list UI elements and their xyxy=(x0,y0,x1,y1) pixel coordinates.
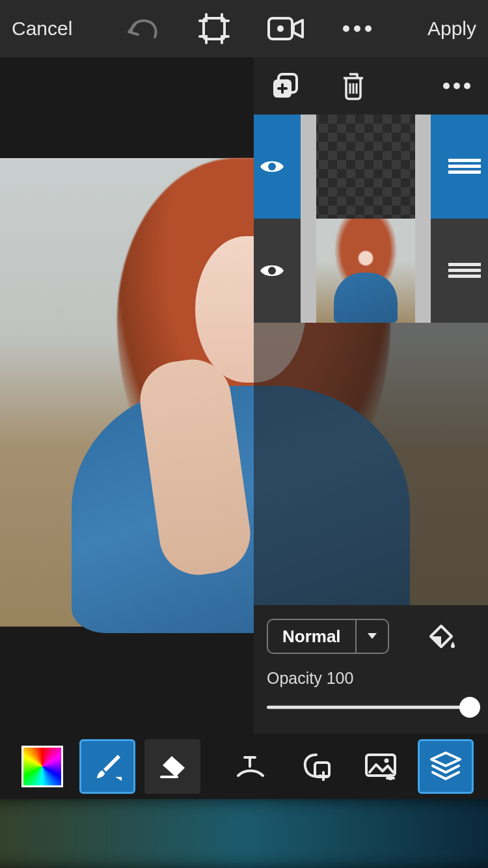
delete-layer-button[interactable] xyxy=(336,66,370,105)
eye-icon xyxy=(259,158,285,175)
cancel-button[interactable]: Cancel xyxy=(12,18,72,40)
blend-mode-select[interactable]: Normal xyxy=(267,619,389,654)
svg-point-5 xyxy=(365,25,372,32)
add-layer-button[interactable] xyxy=(268,66,301,105)
svg-point-15 xyxy=(268,267,276,275)
color-picker-button[interactable] xyxy=(14,739,70,794)
opacity-slider-thumb[interactable] xyxy=(459,697,480,718)
text-tool-button[interactable] xyxy=(223,739,278,794)
more-icon xyxy=(442,82,471,90)
brush-tool-button[interactable] xyxy=(79,739,135,794)
text-path-icon xyxy=(236,753,265,780)
opacity-slider-track xyxy=(267,706,475,709)
image-tool-button[interactable] xyxy=(353,739,409,794)
svg-rect-14 xyxy=(448,170,481,174)
crop-icon xyxy=(198,12,230,45)
blend-mode-label: Normal xyxy=(268,620,357,653)
layer-drag-handle[interactable] xyxy=(441,219,488,323)
top-toolbar: Cancel xyxy=(0,0,488,57)
svg-rect-13 xyxy=(448,165,481,168)
layer-thumbnail-photo xyxy=(301,219,431,323)
layer-thumbnail xyxy=(290,219,441,323)
layers-tool-button[interactable] xyxy=(418,739,474,794)
shape-tool-button[interactable] xyxy=(288,739,344,794)
layer-visibility-toggle[interactable] xyxy=(254,115,290,219)
add-image-icon xyxy=(364,753,397,780)
blend-row: Normal xyxy=(267,617,475,656)
apply-button[interactable]: Apply xyxy=(427,18,476,40)
crop-button[interactable] xyxy=(195,9,234,48)
undo-icon xyxy=(126,15,159,42)
svg-point-3 xyxy=(343,25,349,32)
layers-panel-toolbar xyxy=(254,57,488,115)
svg-rect-16 xyxy=(448,263,481,266)
more-icon xyxy=(342,24,373,33)
fill-button[interactable] xyxy=(422,617,461,656)
drag-handle-icon xyxy=(448,159,481,174)
layer-drag-handle[interactable] xyxy=(441,115,488,219)
svg-point-21 xyxy=(385,759,389,763)
layers-icon xyxy=(429,752,463,781)
brush-icon xyxy=(92,751,123,782)
opacity-slider[interactable] xyxy=(267,696,475,719)
top-toolbar-right: Apply xyxy=(427,18,476,40)
blend-mode-caret xyxy=(357,632,388,640)
app-root: Cancel xyxy=(0,0,488,868)
layer-thumbnail xyxy=(290,115,441,219)
svg-rect-18 xyxy=(448,275,481,278)
thumbnail-strip-content xyxy=(0,799,488,868)
trash-icon xyxy=(341,72,366,100)
opacity-label: Opacity 100 xyxy=(267,669,475,688)
paint-bucket-icon xyxy=(426,622,457,651)
layer-thumbnail-transparent xyxy=(301,115,431,219)
svg-point-8 xyxy=(443,83,450,89)
add-layer-icon xyxy=(271,72,299,100)
layer-row[interactable] xyxy=(254,219,488,323)
color-swatch-icon xyxy=(21,746,63,787)
layers-more-button[interactable] xyxy=(441,66,474,105)
svg-point-4 xyxy=(354,25,360,32)
top-toolbar-center xyxy=(123,9,377,48)
record-button[interactable] xyxy=(266,9,305,48)
eraser-tool-button[interactable] xyxy=(144,739,200,794)
layer-row[interactable] xyxy=(254,115,488,219)
eraser-icon xyxy=(157,753,187,780)
chevron-down-icon xyxy=(367,632,377,640)
svg-rect-12 xyxy=(448,159,481,162)
more-button[interactable] xyxy=(338,9,377,48)
svg-point-9 xyxy=(454,83,460,89)
undo-button[interactable] xyxy=(123,9,162,48)
add-shape-icon xyxy=(301,752,331,781)
drag-handle-icon xyxy=(448,263,481,278)
layer-visibility-toggle[interactable] xyxy=(254,219,290,323)
svg-point-10 xyxy=(464,83,470,89)
svg-point-11 xyxy=(268,163,276,170)
bottom-toolbar xyxy=(0,734,488,799)
svg-rect-17 xyxy=(448,269,481,272)
layers-panel xyxy=(254,57,488,323)
blend-panel: Normal Opacity 100 xyxy=(254,605,488,734)
camera-icon xyxy=(267,16,304,42)
eye-icon xyxy=(259,262,285,279)
svg-point-2 xyxy=(277,25,284,32)
thumbnail-strip[interactable] xyxy=(0,799,488,868)
top-toolbar-left: Cancel xyxy=(12,18,72,40)
